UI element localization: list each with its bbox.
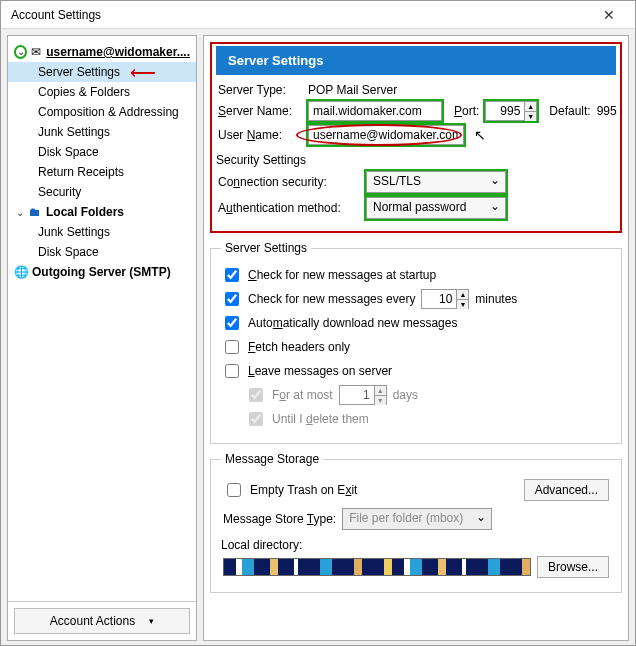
accounts-sidebar: ⌄ ✉ username@widomaker.... Server Settin… [7,35,197,641]
sidebar-item-label: Junk Settings [38,225,110,239]
check-every-label: Check for new messages every [248,292,415,306]
connection-security-label: Connection security: [218,175,360,189]
store-type-row: Message Store Type: File per folder (mbo… [223,508,609,530]
fetch-headers-row[interactable]: Fetch headers only [221,337,611,357]
account-actions-bar: Account Actions ▾ [8,601,196,640]
account-label: username@widomaker.... [46,45,190,59]
annotation-red-box: Server Settings Server Type: POP Mail Se… [210,42,622,233]
auth-method-value: Normal password [366,197,506,219]
user-name-row: User Name: ↖ [218,125,614,145]
sidebar-item-local-disk[interactable]: Disk Space [8,242,196,262]
until-delete-checkbox [249,412,263,426]
server-name-row: Server Name: Port: ▲▼ Default: 995 [218,101,614,121]
user-name-label: User Name: [218,128,302,142]
leave-on-server-row[interactable]: Leave messages on server [221,361,611,381]
arrow-down-icon[interactable]: ▼ [457,300,468,309]
fetch-headers-label: Fetch headers only [248,340,350,354]
advanced-button[interactable]: Advanced... [524,479,609,501]
until-delete-row: Until I delete them [245,409,611,429]
sidebar-item-label: Copies & Folders [38,85,130,99]
days-label: days [393,388,418,402]
sidebar-item-label: Server Settings [38,65,120,79]
auto-download-label: Automatically download new messages [248,316,457,330]
server-settings-fieldset: Server Settings Check for new messages a… [210,241,622,444]
connection-security-row: Connection security: SSL/TLS [218,171,614,193]
titlebar: Account Settings ✕ [1,1,635,29]
globe-icon: 🌐 [14,265,28,279]
sidebar-item-security[interactable]: Security [8,182,196,202]
sidebar-item-disk-space[interactable]: Disk Space [8,142,196,162]
outgoing-server-node[interactable]: 🌐 Outgoing Server (SMTP) [8,262,196,282]
server-type-label: Server Type: [218,83,302,97]
close-button[interactable]: ✕ [589,3,629,27]
settings-panel: Server Settings Server Type: POP Mail Se… [203,35,629,641]
arrow-down-icon: ▼ [375,396,386,405]
fetch-headers-checkbox[interactable] [225,340,239,354]
sidebar-item-copies-folders[interactable]: Copies & Folders [8,82,196,102]
connection-security-select[interactable]: SSL/TLS [366,171,506,193]
chevron-down-icon[interactable]: ⌄ [14,45,27,59]
check-every-input[interactable] [421,289,457,309]
folder-icon: 🖿 [28,205,42,219]
until-delete-label: Until I delete them [272,412,369,426]
local-dir-input[interactable] [223,558,531,576]
window-title: Account Settings [11,8,101,22]
local-folders-node[interactable]: ⌄ 🖿 Local Folders [8,202,196,222]
sidebar-item-server-settings[interactable]: Server Settings [8,62,196,82]
leave-on-server-label: Leave messages on server [248,364,392,378]
close-icon: ✕ [603,7,615,23]
mail-icon: ✉ [29,45,42,59]
for-at-most-spinner: ▲▼ [339,385,387,405]
store-type-label: Message Store Type: [223,512,336,526]
arrow-down-icon[interactable]: ▼ [525,112,536,121]
sidebar-item-label: Disk Space [38,245,99,259]
auth-method-select[interactable]: Normal password [366,197,506,219]
empty-trash-label: Empty Trash on Exit [250,483,357,497]
server-type-row: Server Type: POP Mail Server [218,83,614,97]
arrow-up-icon[interactable]: ▲ [457,290,468,300]
leave-on-server-checkbox[interactable] [225,364,239,378]
auto-download-row[interactable]: Automatically download new messages [221,313,611,333]
server-name-input[interactable] [308,101,442,121]
message-storage-fieldset: Message Storage Empty Trash on Exit Adva… [210,452,622,593]
user-name-input[interactable] [308,125,464,145]
store-type-value: File per folder (mbox) [342,508,492,530]
check-every-row[interactable]: Check for new messages every ▲▼ minutes [221,289,611,309]
chevron-down-icon[interactable]: ⌄ [14,206,26,218]
check-every-spinner[interactable]: ▲▼ [421,289,469,309]
account-actions-button[interactable]: Account Actions ▾ [14,608,190,634]
sidebar-item-label: Composition & Addressing [38,105,179,119]
spinner-arrows[interactable]: ▲▼ [525,101,537,121]
sidebar-item-composition[interactable]: Composition & Addressing [8,102,196,122]
server-type-value: POP Mail Server [308,83,397,97]
accounts-tree: ⌄ ✉ username@widomaker.... Server Settin… [8,36,196,288]
sidebar-item-return-receipts[interactable]: Return Receipts [8,162,196,182]
sidebar-item-local-junk[interactable]: Junk Settings [8,222,196,242]
check-startup-row[interactable]: Check for new messages at startup [221,265,611,285]
arrow-up-icon[interactable]: ▲ [525,102,536,112]
for-at-most-checkbox [249,388,263,402]
check-startup-checkbox[interactable] [225,268,239,282]
port-spinner[interactable]: ▲▼ [485,101,537,121]
spinner-arrows[interactable]: ▲▼ [457,289,469,309]
security-subtitle: Security Settings [216,153,616,167]
auth-method-row: Authentication method: Normal password [218,197,614,219]
browse-button[interactable]: Browse... [537,556,609,578]
account-node[interactable]: ⌄ ✉ username@widomaker.... [8,42,196,62]
default-value: 995 [597,104,617,118]
arrow-up-icon: ▲ [375,386,386,396]
local-folders-label: Local Folders [46,205,124,219]
auto-download-checkbox[interactable] [225,316,239,330]
check-every-checkbox[interactable] [225,292,239,306]
port-label: Port: [454,104,479,118]
message-storage-legend: Message Storage [221,452,323,466]
empty-trash-checkbox[interactable] [227,483,241,497]
connection-security-value: SSL/TLS [366,171,506,193]
empty-trash-check[interactable]: Empty Trash on Exit [223,480,357,500]
outgoing-label: Outgoing Server (SMTP) [32,265,171,279]
sidebar-item-junk[interactable]: Junk Settings [8,122,196,142]
sidebar-item-label: Return Receipts [38,165,124,179]
cursor-icon: ↖ [474,127,486,143]
port-input[interactable] [485,101,525,121]
server-settings-legend: Server Settings [221,241,311,255]
